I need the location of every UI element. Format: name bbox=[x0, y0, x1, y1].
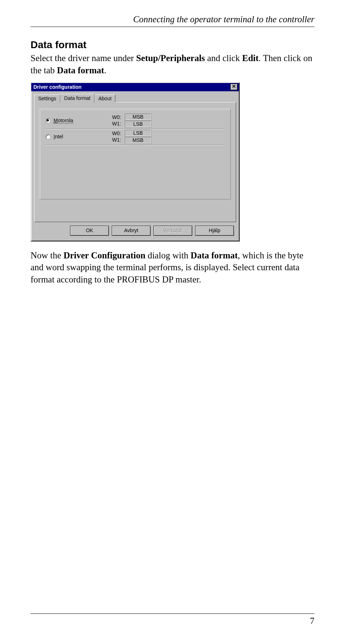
w0-value: MSB bbox=[125, 114, 151, 120]
tab-data-format[interactable]: Data format bbox=[60, 94, 95, 103]
driver-config-dialog: Driver configuration ✕ Settings Data for… bbox=[31, 82, 240, 242]
apply-button: Verkställ bbox=[153, 226, 192, 236]
radio-motorola[interactable]: Motorola bbox=[46, 118, 100, 124]
text-bold: Edit bbox=[242, 53, 259, 63]
help-button[interactable]: Hjälp bbox=[195, 226, 234, 236]
w1-value: MSB bbox=[125, 137, 151, 144]
word-labels: W0: W1: bbox=[100, 130, 125, 143]
text-bold: Data format bbox=[190, 250, 238, 260]
text-bold: Setup/Peripherals bbox=[136, 53, 205, 63]
option-intel-row: Intel W0: W1: LSB MSB bbox=[46, 129, 225, 145]
text: . bbox=[104, 65, 106, 75]
w0-label: W0: bbox=[100, 130, 121, 137]
w1-label: W1: bbox=[100, 121, 121, 127]
tab-about[interactable]: About bbox=[95, 95, 116, 102]
ok-button[interactable]: OK bbox=[70, 226, 109, 236]
dialog-title: Driver configuration bbox=[33, 84, 82, 90]
running-title: Connecting the operator terminal to the … bbox=[31, 14, 314, 27]
text-bold: Data format bbox=[57, 65, 104, 75]
byte-order-group: Motorola W0: W1: MSB LSB Intel bbox=[40, 109, 231, 199]
text: Select the driver name under bbox=[31, 53, 136, 63]
text: and click bbox=[205, 53, 242, 63]
option-motorola-row: Motorola W0: W1: MSB LSB bbox=[46, 113, 225, 129]
text: dialog with bbox=[146, 250, 191, 260]
word-values: LSB MSB bbox=[125, 129, 151, 144]
text: Now the bbox=[31, 250, 64, 260]
cancel-button[interactable]: Avbryt bbox=[112, 226, 151, 236]
page-number: 7 bbox=[310, 616, 315, 626]
dialog-titlebar[interactable]: Driver configuration ✕ bbox=[31, 83, 239, 91]
text-bold: Driver Configuration bbox=[64, 250, 146, 260]
radio-icon bbox=[46, 118, 51, 123]
close-icon[interactable]: ✕ bbox=[230, 84, 238, 90]
word-labels: W0: W1: bbox=[100, 114, 125, 127]
section-heading: Data format bbox=[31, 39, 314, 51]
w0-value: LSB bbox=[125, 130, 151, 137]
paragraph-intro: Select the driver name under Setup/Perip… bbox=[31, 52, 314, 77]
dialog-button-row: OK Avbryt Verkställ Hjälp bbox=[34, 222, 236, 237]
radio-intel[interactable]: Intel bbox=[46, 134, 100, 140]
w1-value: LSB bbox=[125, 121, 151, 128]
w0-label: W0: bbox=[100, 114, 121, 121]
tab-settings[interactable]: Settings bbox=[34, 95, 60, 102]
page-footer: 7 bbox=[31, 613, 314, 626]
radio-icon bbox=[46, 134, 51, 139]
w1-label: W1: bbox=[100, 137, 121, 143]
radio-label: Intel bbox=[54, 134, 63, 140]
word-values: MSB LSB bbox=[125, 113, 151, 128]
tab-page-data-format: Motorola W0: W1: MSB LSB Intel bbox=[34, 102, 236, 222]
paragraph-after: Now the Driver Configuration dialog with… bbox=[31, 249, 314, 286]
tab-strip: Settings Data format About bbox=[34, 93, 236, 102]
radio-label: Motorola bbox=[54, 118, 74, 124]
